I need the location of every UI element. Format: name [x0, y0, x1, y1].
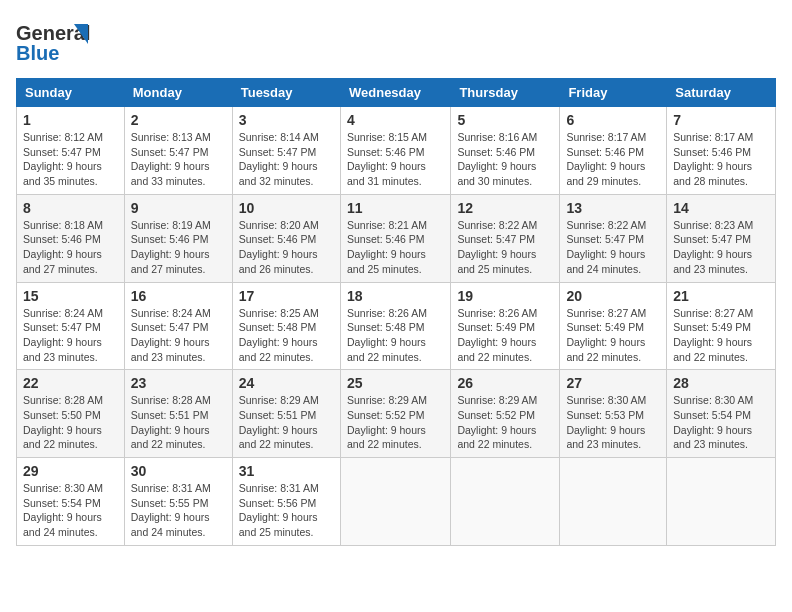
calendar-cell: 25Sunrise: 8:29 AMSunset: 5:52 PMDayligh…: [340, 370, 450, 458]
day-info: Sunrise: 8:27 AMSunset: 5:49 PMDaylight:…: [673, 306, 769, 365]
week-row-4: 22Sunrise: 8:28 AMSunset: 5:50 PMDayligh…: [17, 370, 776, 458]
day-number: 1: [23, 112, 118, 128]
calendar-cell: 28Sunrise: 8:30 AMSunset: 5:54 PMDayligh…: [667, 370, 776, 458]
day-info: Sunrise: 8:16 AMSunset: 5:46 PMDaylight:…: [457, 130, 553, 189]
calendar-cell: 30Sunrise: 8:31 AMSunset: 5:55 PMDayligh…: [124, 458, 232, 546]
day-info: Sunrise: 8:29 AMSunset: 5:52 PMDaylight:…: [457, 393, 553, 452]
day-number: 5: [457, 112, 553, 128]
day-number: 14: [673, 200, 769, 216]
day-info: Sunrise: 8:17 AMSunset: 5:46 PMDaylight:…: [566, 130, 660, 189]
week-row-5: 29Sunrise: 8:30 AMSunset: 5:54 PMDayligh…: [17, 458, 776, 546]
day-info: Sunrise: 8:18 AMSunset: 5:46 PMDaylight:…: [23, 218, 118, 277]
day-info: Sunrise: 8:28 AMSunset: 5:50 PMDaylight:…: [23, 393, 118, 452]
day-number: 7: [673, 112, 769, 128]
calendar-cell: 8Sunrise: 8:18 AMSunset: 5:46 PMDaylight…: [17, 194, 125, 282]
header-tuesday: Tuesday: [232, 79, 340, 107]
day-number: 22: [23, 375, 118, 391]
day-number: 26: [457, 375, 553, 391]
day-info: Sunrise: 8:24 AMSunset: 5:47 PMDaylight:…: [131, 306, 226, 365]
calendar-cell: 27Sunrise: 8:30 AMSunset: 5:53 PMDayligh…: [560, 370, 667, 458]
calendar-cell: 26Sunrise: 8:29 AMSunset: 5:52 PMDayligh…: [451, 370, 560, 458]
day-info: Sunrise: 8:15 AMSunset: 5:46 PMDaylight:…: [347, 130, 444, 189]
day-info: Sunrise: 8:30 AMSunset: 5:54 PMDaylight:…: [673, 393, 769, 452]
day-number: 10: [239, 200, 334, 216]
day-number: 24: [239, 375, 334, 391]
day-number: 25: [347, 375, 444, 391]
calendar-cell: 19Sunrise: 8:26 AMSunset: 5:49 PMDayligh…: [451, 282, 560, 370]
day-number: 9: [131, 200, 226, 216]
day-number: 21: [673, 288, 769, 304]
header-monday: Monday: [124, 79, 232, 107]
day-info: Sunrise: 8:24 AMSunset: 5:47 PMDaylight:…: [23, 306, 118, 365]
calendar-cell: [451, 458, 560, 546]
calendar-cell: 29Sunrise: 8:30 AMSunset: 5:54 PMDayligh…: [17, 458, 125, 546]
header-saturday: Saturday: [667, 79, 776, 107]
calendar-cell: 1Sunrise: 8:12 AMSunset: 5:47 PMDaylight…: [17, 107, 125, 195]
calendar-cell: 21Sunrise: 8:27 AMSunset: 5:49 PMDayligh…: [667, 282, 776, 370]
day-info: Sunrise: 8:20 AMSunset: 5:46 PMDaylight:…: [239, 218, 334, 277]
header-thursday: Thursday: [451, 79, 560, 107]
calendar-cell: 31Sunrise: 8:31 AMSunset: 5:56 PMDayligh…: [232, 458, 340, 546]
day-info: Sunrise: 8:22 AMSunset: 5:47 PMDaylight:…: [457, 218, 553, 277]
calendar-cell: 12Sunrise: 8:22 AMSunset: 5:47 PMDayligh…: [451, 194, 560, 282]
calendar-cell: 23Sunrise: 8:28 AMSunset: 5:51 PMDayligh…: [124, 370, 232, 458]
day-number: 18: [347, 288, 444, 304]
day-number: 30: [131, 463, 226, 479]
calendar-cell: 4Sunrise: 8:15 AMSunset: 5:46 PMDaylight…: [340, 107, 450, 195]
calendar-cell: 6Sunrise: 8:17 AMSunset: 5:46 PMDaylight…: [560, 107, 667, 195]
svg-text:Blue: Blue: [16, 42, 59, 64]
calendar-cell: 11Sunrise: 8:21 AMSunset: 5:46 PMDayligh…: [340, 194, 450, 282]
day-number: 15: [23, 288, 118, 304]
day-info: Sunrise: 8:23 AMSunset: 5:47 PMDaylight:…: [673, 218, 769, 277]
day-number: 2: [131, 112, 226, 128]
day-number: 29: [23, 463, 118, 479]
day-info: Sunrise: 8:17 AMSunset: 5:46 PMDaylight:…: [673, 130, 769, 189]
calendar-cell: 22Sunrise: 8:28 AMSunset: 5:50 PMDayligh…: [17, 370, 125, 458]
calendar-cell: 14Sunrise: 8:23 AMSunset: 5:47 PMDayligh…: [667, 194, 776, 282]
calendar-cell: [340, 458, 450, 546]
day-number: 28: [673, 375, 769, 391]
day-info: Sunrise: 8:22 AMSunset: 5:47 PMDaylight:…: [566, 218, 660, 277]
day-number: 6: [566, 112, 660, 128]
day-info: Sunrise: 8:19 AMSunset: 5:46 PMDaylight:…: [131, 218, 226, 277]
day-info: Sunrise: 8:30 AMSunset: 5:54 PMDaylight:…: [23, 481, 118, 540]
page-header: General Blue: [16, 16, 776, 70]
calendar-table: SundayMondayTuesdayWednesdayThursdayFrid…: [16, 78, 776, 546]
day-info: Sunrise: 8:26 AMSunset: 5:49 PMDaylight:…: [457, 306, 553, 365]
calendar-cell: 3Sunrise: 8:14 AMSunset: 5:47 PMDaylight…: [232, 107, 340, 195]
day-number: 17: [239, 288, 334, 304]
calendar-cell: 16Sunrise: 8:24 AMSunset: 5:47 PMDayligh…: [124, 282, 232, 370]
week-row-2: 8Sunrise: 8:18 AMSunset: 5:46 PMDaylight…: [17, 194, 776, 282]
calendar-cell: 20Sunrise: 8:27 AMSunset: 5:49 PMDayligh…: [560, 282, 667, 370]
calendar-cell: 18Sunrise: 8:26 AMSunset: 5:48 PMDayligh…: [340, 282, 450, 370]
header-sunday: Sunday: [17, 79, 125, 107]
day-number: 4: [347, 112, 444, 128]
day-info: Sunrise: 8:29 AMSunset: 5:51 PMDaylight:…: [239, 393, 334, 452]
calendar-cell: 24Sunrise: 8:29 AMSunset: 5:51 PMDayligh…: [232, 370, 340, 458]
calendar-cell: 7Sunrise: 8:17 AMSunset: 5:46 PMDaylight…: [667, 107, 776, 195]
calendar-cell: [560, 458, 667, 546]
day-info: Sunrise: 8:12 AMSunset: 5:47 PMDaylight:…: [23, 130, 118, 189]
week-row-3: 15Sunrise: 8:24 AMSunset: 5:47 PMDayligh…: [17, 282, 776, 370]
calendar-cell: 5Sunrise: 8:16 AMSunset: 5:46 PMDaylight…: [451, 107, 560, 195]
calendar-cell: 17Sunrise: 8:25 AMSunset: 5:48 PMDayligh…: [232, 282, 340, 370]
day-info: Sunrise: 8:21 AMSunset: 5:46 PMDaylight:…: [347, 218, 444, 277]
day-info: Sunrise: 8:31 AMSunset: 5:55 PMDaylight:…: [131, 481, 226, 540]
calendar-cell: [667, 458, 776, 546]
logo-svg: General Blue: [16, 16, 96, 66]
day-info: Sunrise: 8:26 AMSunset: 5:48 PMDaylight:…: [347, 306, 444, 365]
day-number: 3: [239, 112, 334, 128]
logo: General Blue: [16, 16, 96, 70]
calendar-cell: 10Sunrise: 8:20 AMSunset: 5:46 PMDayligh…: [232, 194, 340, 282]
day-number: 11: [347, 200, 444, 216]
calendar-cell: 13Sunrise: 8:22 AMSunset: 5:47 PMDayligh…: [560, 194, 667, 282]
day-number: 23: [131, 375, 226, 391]
day-info: Sunrise: 8:25 AMSunset: 5:48 PMDaylight:…: [239, 306, 334, 365]
calendar-cell: 2Sunrise: 8:13 AMSunset: 5:47 PMDaylight…: [124, 107, 232, 195]
calendar-header-row: SundayMondayTuesdayWednesdayThursdayFrid…: [17, 79, 776, 107]
day-number: 13: [566, 200, 660, 216]
day-number: 27: [566, 375, 660, 391]
day-number: 20: [566, 288, 660, 304]
header-wednesday: Wednesday: [340, 79, 450, 107]
day-info: Sunrise: 8:30 AMSunset: 5:53 PMDaylight:…: [566, 393, 660, 452]
